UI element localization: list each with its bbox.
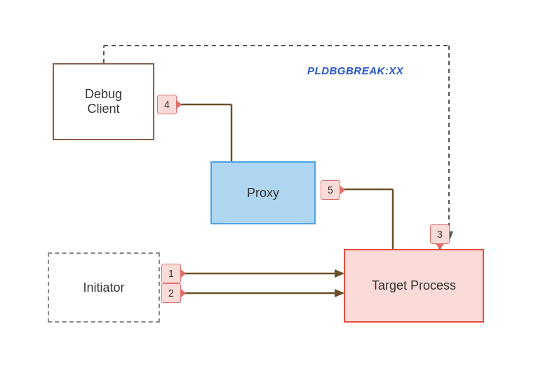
target-process-label: Target Process xyxy=(372,278,456,293)
svg-marker-13 xyxy=(335,289,344,297)
badge-3: 3 xyxy=(430,224,450,244)
badge-1: 1 xyxy=(161,264,181,283)
initiator-label: Initiator xyxy=(83,281,124,295)
badge-2: 2 xyxy=(161,283,181,303)
proxy-label: Proxy xyxy=(247,186,279,201)
diagram-container: Debug Client Proxy Target Process Initia… xyxy=(0,0,557,392)
debug-client-box: Debug Client xyxy=(53,63,154,140)
pldbgbreak-label: PLDBGBREAK:XX xyxy=(307,65,403,76)
debug-client-label-line1: Debug xyxy=(85,87,122,102)
badge-4: 4 xyxy=(157,95,177,114)
proxy-box: Proxy xyxy=(210,161,316,224)
svg-marker-11 xyxy=(335,269,344,278)
initiator-box: Initiator xyxy=(48,252,160,323)
badge-5: 5 xyxy=(321,180,340,200)
target-process-box: Target Process xyxy=(344,249,484,323)
debug-client-label-line2: Client xyxy=(85,102,122,116)
